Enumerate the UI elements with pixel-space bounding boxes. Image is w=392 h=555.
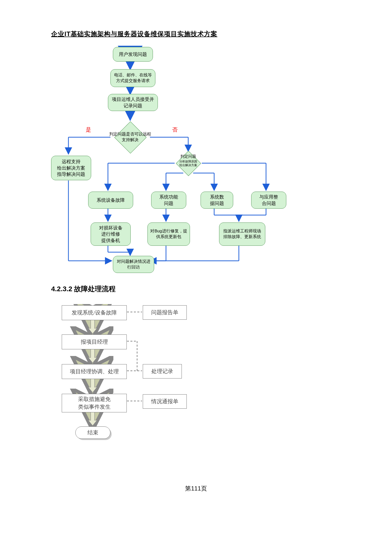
box-discover-fault: 发现系统/设备故障 [62, 305, 127, 320]
node-submit-request: 电话、邮件、在线等方式提交服务请求 [110, 69, 155, 87]
node-integration-issue: 与应用整 合问题 [251, 192, 286, 209]
label-yes: 是 [86, 126, 91, 133]
node-device-fault: 系统设备故障 [88, 192, 133, 209]
node-dispatch-engineer: 指派运维工程师现场排除故障、更新系统 [219, 222, 265, 246]
page-title: 企业IT基础实施架构与服务器设备维保项目实施技术方案 [51, 30, 343, 38]
page-number: 第111页 [0, 485, 392, 492]
flowchart-fault-handling: 发现系统/设备故障 问题报告单 报项目经理 项目经理协调、处理 处理记录 采取措… [61, 304, 233, 467]
section-heading: 4.2.3.2 故障处理流程 [51, 284, 116, 294]
node-record-issue: 项目运维人员接受并记录问题 [108, 94, 158, 111]
node-data-issue: 系统数 据问题 [201, 192, 233, 209]
node-remote-support: 远程支持 给出解决方案 指导解决问题 [51, 156, 91, 180]
node-revisit: 对问题解决情况进行回访 [113, 256, 154, 273]
label-no: 否 [172, 126, 178, 133]
box-report-pm: 报项目经理 [62, 334, 127, 349]
box-notice-form: 情况通报单 [143, 394, 187, 409]
terminator-end: 结束 [75, 426, 110, 439]
box-pm-handle: 项目经理协调、处理 [62, 364, 127, 379]
node-repair-device: 对损坏设备 进行维修 提供备机 [91, 222, 131, 246]
box-take-measures: 采取措施避免 类似事件发生 [62, 394, 127, 412]
node-function-issue: 系统功能 问题 [151, 192, 186, 209]
flowchart-service-request: 用户发现问题 电话、邮件、在线等方式提交服务请求 项目运维人员接受并记录问题 判… [51, 44, 330, 282]
node-bugfix: 对Bug进行修复，提供系统更新包 [147, 222, 190, 246]
box-handle-record: 处理记录 [143, 364, 182, 378]
box-report-form: 问题报告单 [143, 305, 187, 320]
node-user-discover: 用户发现问题 [113, 47, 153, 62]
